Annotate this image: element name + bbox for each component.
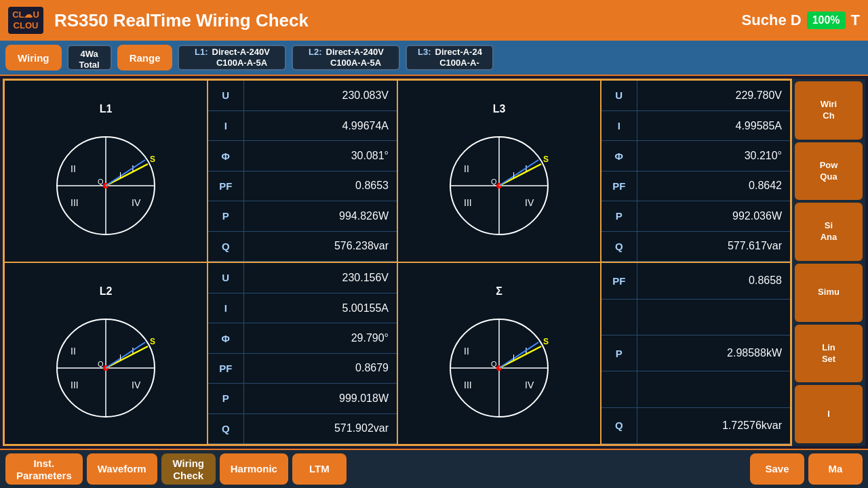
sidebar-power-quality-btn[interactable]: PowQua [795,142,863,201]
ltm-button[interactable]: LTM [292,453,347,485]
ma-button[interactable]: Ma [808,453,863,485]
l1-info: L1:Direct-A-240V C100A-A-5A [178,45,286,70]
svg-text:II: II [464,346,469,357]
svg-text:Q: Q [98,360,104,368]
l1-q: 576.238var [243,231,397,261]
bottom-nav: Inst.Parameters Waveform WiringCheck Har… [0,449,868,488]
sigma-data-cell: PF0.8658 P2.98588kW Q1.72576kvar [601,262,791,445]
svg-text:S: S [543,155,549,164]
svg-line-21 [499,164,541,186]
sidebar-limit-set-btn[interactable]: LinSet [795,325,863,383]
l1-pf: 0.8653 [243,171,397,201]
l3-phi: 30.210° [637,141,790,171]
l3-q: 577.617var [637,231,790,261]
svg-line-22 [499,160,538,186]
measurements-grid: L1 II I III IV S Q [3,79,791,446]
svg-text:IV: IV [132,197,141,208]
l1-phasor-cell: L1 II I III IV S Q [4,80,208,262]
sigma-phasor-svg: II I III IV S Q I [438,300,560,422]
svg-text:S: S [150,337,155,346]
svg-text:III: III [464,197,472,208]
svg-text:III: III [464,380,472,390]
l3-i: 4.99585A [637,110,790,140]
svg-text:III: III [71,380,79,390]
page-title: RS350 RealTime Wiring Check [54,10,731,31]
sigma-label: Σ [496,285,502,298]
waveform-button[interactable]: Waveform [87,453,157,485]
svg-text:II: II [71,346,76,357]
l2-q: 571.902var [243,413,397,443]
header: CL☁UCLOU RS350 RealTime Wiring Check Suc… [0,0,868,41]
svg-line-48 [499,342,538,368]
sigma-phasor-cell: Σ II I III IV S Q I [397,262,601,445]
l1-phasor-svg: II I III IV S Q I [45,118,167,240]
l3-pf: 0.8642 [637,171,790,201]
main-area: L1 II I III IV S Q [3,79,865,446]
svg-text:S: S [150,155,155,164]
svg-text:I: I [513,353,515,361]
svg-line-35 [106,342,145,368]
inst-params-button[interactable]: Inst.Parameters [5,453,83,485]
harmonic-button[interactable]: Harmonic [220,453,288,485]
svg-text:II: II [71,163,76,174]
l3-p: 992.036W [637,201,790,231]
header-right: Suche D 100% T [742,12,860,29]
svg-line-34 [106,346,148,368]
sigma-q: 1.72576kvar [637,407,790,443]
sidebar-simulate-btn[interactable]: Simu [795,264,863,322]
svg-text:IV: IV [525,380,534,390]
l3-phasor-cell: L3 II I III IV S Q I [397,80,601,262]
svg-text:Q: Q [491,178,497,186]
l2-data-cell: U230.156V I5.00155A Φ29.790° PF0.8679 P9… [208,262,397,445]
l3-phasor-svg: II I III IV S Q I [438,118,560,240]
svg-text:IV: IV [132,380,141,390]
sidebar-wiring-check-btn[interactable]: WiriCh [795,81,863,140]
svg-text:I: I [119,171,121,179]
l2-info: L2:Direct-A-240V C100A-A-5A [292,45,400,70]
l2-phasor-cell: L2 II I III IV S Q I [4,262,208,445]
svg-text:S: S [543,337,549,346]
suche-label: Suche D [742,12,802,29]
right-sidebar: WiriCh PowQua SiAna Simu LinSet I [791,79,865,446]
sidebar-signal-analysis-btn[interactable]: SiAna [795,203,863,261]
l2-p: 999.018W [243,384,397,413]
l2-i: 5.00155A [243,293,397,323]
l2-phi: 29.790° [243,323,397,353]
l2-u: 230.156V [243,263,397,293]
l3-label: L3 [493,103,506,115]
svg-text:III: III [71,197,79,208]
mode-button[interactable]: 4WaTotal [67,45,112,70]
svg-text:IV: IV [525,197,534,208]
svg-line-9 [106,160,145,186]
wiring-button[interactable]: Wiring [5,45,62,70]
svg-text:I: I [513,171,515,179]
l3-info: L3:Direct-A-24 C100A-A- [406,45,494,70]
l1-label: L1 [100,103,113,115]
l1-i: 4.99674A [243,110,397,140]
toolbar: Wiring 4WaTotal Range L1:Direct-A-240V C… [0,41,868,76]
wiring-check-button[interactable]: WiringCheck [161,453,216,485]
svg-line-8 [106,164,148,186]
svg-text:Q: Q [491,360,497,368]
range-button[interactable]: Range [117,45,173,70]
svg-text:II: II [464,163,469,174]
header-t-label: T [851,12,860,29]
l1-u: 230.083V [243,81,397,110]
l2-phasor-svg: II I III IV S Q I [45,300,167,422]
battery-badge: 100% [807,12,846,29]
sigma-pf: 0.8658 [637,263,790,299]
l1-phi: 30.081° [243,141,397,171]
l2-label: L2 [100,285,113,298]
save-button[interactable]: Save [750,453,804,485]
l1-data-cell: U230.083V I4.99674A Φ30.081° PF0.8653 P9… [208,80,397,262]
svg-text:I: I [119,353,121,361]
svg-line-47 [499,346,541,368]
svg-text:Q: Q [98,178,104,186]
l3-data-cell: U229.780V I4.99585A Φ30.210° PF0.8642 P9… [601,80,791,262]
l3-u: 229.780V [637,81,790,110]
logo: CL☁UCLOU [8,7,43,33]
sidebar-i-btn[interactable]: I [795,385,863,443]
sigma-p: 2.98588kW [637,336,790,371]
l2-pf: 0.8679 [243,353,397,383]
l1-p: 994.826W [243,201,397,231]
